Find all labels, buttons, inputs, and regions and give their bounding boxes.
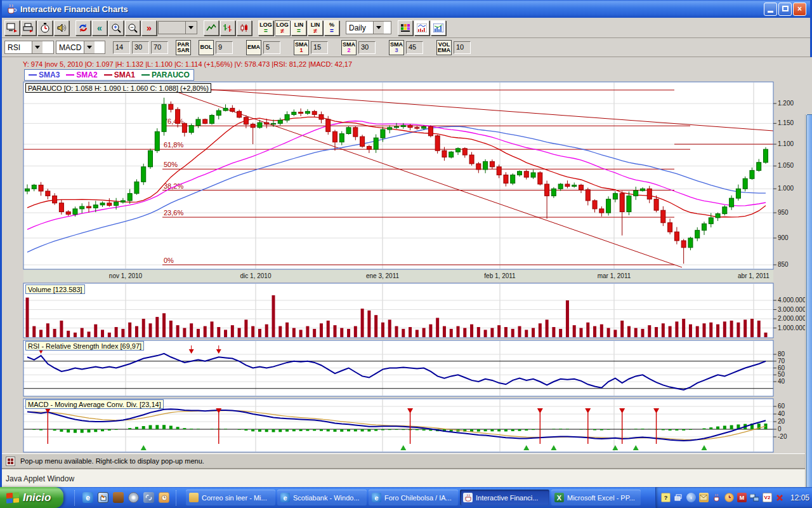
date-axis-label: ene 3, 2011 <box>354 272 411 279</box>
vertical-scrollbar[interactable] <box>805 114 812 508</box>
help-tray-icon[interactable]: ? <box>661 493 671 502</box>
scroll-back-button[interactable]: « <box>92 20 107 36</box>
dropdown-arrow-icon[interactable] <box>373 22 384 34</box>
taskbar-button-correo-sin-leer---[interactable]: Correo sin leer - Mi... <box>186 490 275 505</box>
close-button[interactable]: × <box>793 3 806 16</box>
colors-button[interactable] <box>398 20 413 36</box>
zoom-out-button[interactable]: − <box>125 20 140 36</box>
maximize-button[interactable] <box>778 3 792 16</box>
candle-chart-button[interactable] <box>237 20 252 36</box>
volume-axis-label: 2.000.000 <box>778 315 806 322</box>
print-button[interactable] <box>21 20 36 36</box>
refresh-button[interactable] <box>75 20 91 36</box>
taskbar-clock[interactable]: 12:05 <box>790 493 809 502</box>
scheduler-tray-icon[interactable] <box>724 493 734 502</box>
price-axis-label: 1.200 <box>778 100 794 107</box>
mail-alert-quicklaunch-icon[interactable] <box>159 492 169 503</box>
window-title: Interactive Financial Charts <box>20 4 128 14</box>
rsi-period-field[interactable]: 14 <box>113 41 130 54</box>
legend-label: SMA2 <box>76 70 97 79</box>
quick-launch-bar: e <box>72 490 180 505</box>
rsi-axis-label: 80 <box>778 351 785 358</box>
cd-player-icon[interactable] <box>128 492 139 503</box>
hide-icons-chevron[interactable]: ‹ <box>686 493 696 502</box>
volume-axis-label: 4.000.000 <box>778 297 806 304</box>
bollinger-field[interactable]: 9 <box>216 41 233 54</box>
scale-lin-neq-button[interactable]: LIN≠ <box>308 20 323 36</box>
ie-icon: e <box>280 493 290 502</box>
svg-text:50%: 50% <box>164 161 178 168</box>
dropdown-arrow-icon[interactable] <box>32 41 43 53</box>
parsar-button[interactable]: PARSAR <box>176 40 191 55</box>
price-axis-label: 1.150 <box>778 119 794 126</box>
java-applet-banner: Java Applet Window <box>2 468 812 487</box>
dropdown-arrow-icon[interactable] <box>84 41 95 53</box>
sma3-field[interactable]: 45 <box>406 41 423 54</box>
zoom-in-button[interactable]: + <box>108 20 124 36</box>
excel-icon: X <box>554 493 564 502</box>
indicator2-dropdown[interactable]: MACD <box>56 41 105 54</box>
svg-text:76,4%: 76,4% <box>164 117 183 125</box>
taskbar-button-foro-chilebolsa---[interactable]: eForo Chilebolsa / IA... <box>369 490 458 505</box>
taskbar-button-microsoft-excel---[interactable]: XMicrosoft Excel - PP... <box>551 490 641 505</box>
macd-panel-title: MACD - Moving Average Conv. Div. [23,14] <box>25 399 164 409</box>
show-desktop-icon[interactable] <box>98 492 108 503</box>
volume-panel-title: Volume [123.583] <box>25 284 85 294</box>
macd-axis-label: -20 <box>778 433 787 440</box>
rsi-oversold-field[interactable]: 30 <box>132 41 149 54</box>
macd-axis-label: 40 <box>778 410 785 417</box>
start-button[interactable]: Inicio <box>0 487 63 508</box>
taskbar-button-interactive-financ[interactable]: Interactive Financi... <box>460 490 549 505</box>
volema-button[interactable]: VOLEMA <box>436 40 452 55</box>
mcafee-tray-icon[interactable]: M <box>737 493 747 502</box>
scroll-forward-button[interactable]: » <box>141 20 157 36</box>
sma2-button[interactable]: SMA2 <box>341 40 357 55</box>
scale-lin-eq-button[interactable]: LIN= <box>291 20 306 36</box>
ie-quicklaunch-icon[interactable]: e <box>82 492 93 503</box>
indicator1-dropdown[interactable]: RSI <box>4 41 54 54</box>
dropdown-arrow-icon[interactable] <box>185 22 196 34</box>
price-axis-label: 1.000 <box>778 185 794 192</box>
page-setup-button[interactable] <box>4 20 20 36</box>
volume-axis-label: 1.000.000 <box>778 324 806 331</box>
title-bar[interactable]: Interactive Financial Charts × <box>2 0 810 18</box>
popup-menu-icon <box>6 457 15 466</box>
symbol-dropdown[interactable] <box>158 21 197 34</box>
restore-window-tray-icon[interactable] <box>674 493 683 502</box>
interval-dropdown[interactable]: Daily <box>346 21 391 34</box>
sma2-field[interactable]: 30 <box>358 41 376 54</box>
charts-canvas[interactable]: 76,4%61,8%50%38,2%23,6%0% <box>2 57 812 453</box>
java-tray-icon[interactable] <box>712 493 721 502</box>
alert-tray-icon[interactable] <box>775 493 785 502</box>
scale-percent-button[interactable]: %= <box>324 20 339 36</box>
indicator-view-button[interactable] <box>431 20 446 36</box>
ema-button[interactable]: EMA <box>246 40 261 55</box>
messenger-quicklaunch-icon[interactable] <box>113 492 124 503</box>
taskbar-button-scotiabank---windo[interactable]: eScotiabank - Windo... <box>277 490 367 505</box>
bollinger-button[interactable]: BOL <box>199 40 214 55</box>
ema-field[interactable]: 5 <box>263 41 280 54</box>
sma1-button[interactable]: SMA1 <box>294 40 309 55</box>
taskbar: Inicio e Correo sin leer - Mi...eScotiab… <box>0 487 812 508</box>
price-volume-view-button[interactable] <box>414 20 429 36</box>
links-icon[interactable] <box>143 492 154 503</box>
scale-log-eq-button[interactable]: LOG= <box>258 20 273 36</box>
ohlc-chart-button[interactable] <box>220 20 235 36</box>
mail-tray-icon[interactable] <box>699 493 709 502</box>
timer-button[interactable] <box>37 20 53 36</box>
scale-log-neq-button[interactable]: LOG≠ <box>275 20 290 36</box>
volema-field[interactable]: 10 <box>454 41 471 54</box>
rsi-overbought-field[interactable]: 70 <box>151 41 168 54</box>
sma1-field[interactable]: 15 <box>311 41 328 54</box>
virusscan-tray-icon[interactable]: V2 <box>763 493 772 502</box>
minimize-button[interactable] <box>764 3 777 16</box>
sound-button[interactable] <box>54 20 69 36</box>
legend-label: SMA1 <box>114 70 135 79</box>
sma3-button[interactable]: SMA3 <box>389 40 404 55</box>
legend-item-sma3: SMA3 <box>29 70 60 79</box>
legend-label: SMA3 <box>39 70 60 79</box>
java-icon <box>463 493 473 502</box>
scrollbar-thumb[interactable] <box>806 114 812 508</box>
network-tray-icon[interactable] <box>750 493 759 502</box>
line-chart-button[interactable] <box>204 20 219 36</box>
